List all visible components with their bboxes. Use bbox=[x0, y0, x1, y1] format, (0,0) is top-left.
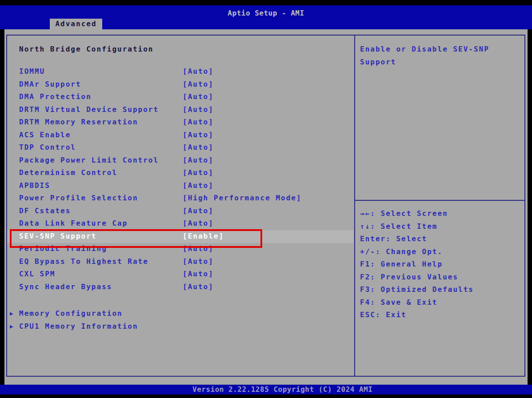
right-triangle-icon: ▶ bbox=[10, 320, 13, 333]
bios-screen: Aptio Setup - AMI Advanced North Bridge … bbox=[0, 0, 532, 398]
item-label: APBDIS bbox=[19, 179, 50, 192]
item-label: EQ Bypass To Highest Rate bbox=[19, 255, 148, 268]
item-label: Sync Header Bypass bbox=[19, 281, 112, 293]
hotkey-optimized-defaults: F3: Optimized Defaults bbox=[360, 283, 474, 296]
hotkey-change-opt: +/-: Change Opt. bbox=[360, 246, 443, 258]
version-text: Version 2.22.1285 Copyright (C) 2024 AMI bbox=[192, 385, 372, 394]
item-label: Power Profile Selection bbox=[19, 192, 138, 204]
item-value: [Auto] bbox=[183, 268, 214, 280]
submenu-label: CPU1 Memory Information bbox=[19, 320, 138, 333]
menu-item-drtm-memory-reservation[interactable]: DRTM Memory Reservation[Auto] bbox=[7, 116, 353, 128]
item-value: [Auto] bbox=[183, 129, 214, 141]
item-value: [Auto] bbox=[183, 65, 214, 78]
item-value: [Auto] bbox=[183, 116, 214, 128]
help-text: Enable or Disable SEV-SNP Support bbox=[360, 43, 523, 68]
item-value: [Auto] bbox=[183, 205, 214, 217]
menu-item-iommu[interactable]: IOMMU[Auto] bbox=[7, 65, 353, 78]
menu-item-dmar-support[interactable]: DMAr Support[Auto] bbox=[7, 78, 353, 91]
menu-item-cxl-spm[interactable]: CXL SPM[Auto] bbox=[7, 268, 353, 280]
item-label: Determinism Control bbox=[19, 167, 117, 179]
item-value: [Auto] bbox=[183, 167, 214, 179]
hotkey-select: Enter: Select bbox=[360, 233, 427, 245]
menu-item-package-power-limit-control[interactable]: Package Power Limit Control[Auto] bbox=[7, 154, 353, 167]
hotkey-exit: ESC: Exit bbox=[360, 309, 407, 321]
submenu-cpu1-memory-information[interactable]: ▶CPU1 Memory Information bbox=[7, 320, 353, 333]
help-divider bbox=[355, 200, 524, 201]
menu-item-dma-protection[interactable]: DMA Protection[Auto] bbox=[7, 91, 353, 103]
item-label: CXL SPM bbox=[19, 268, 55, 280]
item-label: IOMMU bbox=[19, 65, 45, 78]
item-value: [Auto] bbox=[183, 255, 214, 268]
header-bar: Aptio Setup - AMI Advanced bbox=[0, 5, 532, 29]
menu-item-sync-header-bypass[interactable]: Sync Header Bypass[Auto] bbox=[7, 281, 353, 293]
right-triangle-icon: ▶ bbox=[10, 307, 13, 320]
item-label: DRTM Virtual Device Support bbox=[19, 103, 159, 116]
item-label: DRTM Memory Reservation bbox=[19, 116, 138, 128]
section-title: North Bridge Configuration bbox=[19, 43, 153, 56]
menu-item-determinism-control[interactable]: Determinism Control[Auto] bbox=[7, 167, 353, 179]
hotkey-select-screen: →←: Select Screen bbox=[360, 207, 448, 220]
tab-advanced[interactable]: Advanced bbox=[50, 19, 102, 29]
app-title: Aptio Setup - AMI bbox=[0, 8, 532, 19]
submenu-memory-configuration[interactable]: ▶Memory Configuration bbox=[7, 307, 353, 320]
submenu-label: Memory Configuration bbox=[19, 307, 123, 320]
setup-frame: North Bridge Configuration IOMMU[Auto]DM… bbox=[6, 35, 525, 377]
panel-divider bbox=[354, 36, 355, 376]
item-label: DMAr Support bbox=[19, 78, 81, 91]
item-value: [Auto] bbox=[183, 154, 214, 167]
item-value: [Auto] bbox=[183, 217, 214, 230]
item-value: [Auto] bbox=[183, 141, 214, 154]
menu-item-tdp-control[interactable]: TDP Control[Auto] bbox=[7, 141, 353, 154]
item-value: [Auto] bbox=[183, 281, 214, 293]
menu-item-data-link-feature-cap[interactable]: Data Link Feature Cap[Auto] bbox=[7, 217, 353, 230]
menu-item-power-profile-selection[interactable]: Power Profile Selection[High Performance… bbox=[7, 192, 353, 204]
annotation-highlight-box bbox=[10, 229, 262, 248]
item-value: [Auto] bbox=[183, 91, 214, 103]
item-label: ACS Enable bbox=[19, 129, 71, 141]
hotkey-general-help: F1: General Help bbox=[360, 258, 443, 271]
hotkey-save-exit: F4: Save & Exit bbox=[360, 296, 438, 309]
menu-item-eq-bypass-to-highest-rate[interactable]: EQ Bypass To Highest Rate[Auto] bbox=[7, 255, 353, 268]
item-label: Data Link Feature Cap bbox=[19, 217, 128, 230]
hotkey-previous-values: F2: Previous Values bbox=[360, 271, 458, 283]
item-label: TDP Control bbox=[19, 141, 76, 154]
menu-item-apbdis[interactable]: APBDIS[Auto] bbox=[7, 179, 353, 192]
item-value: [Auto] bbox=[183, 179, 214, 192]
item-label: DMA Protection bbox=[19, 91, 92, 103]
menu-item-drtm-virtual-device-support[interactable]: DRTM Virtual Device Support[Auto] bbox=[7, 103, 353, 116]
menu-item-df-cstates[interactable]: DF Cstates[Auto] bbox=[7, 205, 353, 217]
item-value: [Auto] bbox=[183, 103, 214, 116]
hotkey-select-item: ↑↓: Select Item bbox=[360, 220, 438, 233]
item-label: Package Power Limit Control bbox=[19, 154, 159, 167]
item-value: [High Performance Mode] bbox=[183, 192, 302, 204]
item-value: [Auto] bbox=[183, 78, 214, 91]
version-bar: Version 2.22.1285 Copyright (C) 2024 AMI bbox=[0, 385, 532, 394]
item-label: DF Cstates bbox=[19, 205, 71, 217]
menu-item-acs-enable[interactable]: ACS Enable[Auto] bbox=[7, 129, 353, 141]
